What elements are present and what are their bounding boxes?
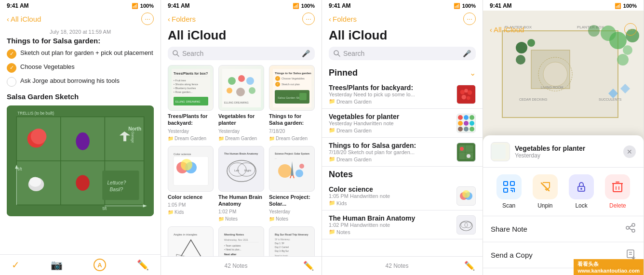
notes-section-label: Notes [329, 170, 353, 180]
check-icon[interactable]: ✓ [12, 259, 20, 271]
more-button-3[interactable]: ··· [463, 13, 476, 25]
search-bar-2[interactable]: Search 🎤 [168, 47, 315, 60]
list-note-meta-salsa: 7/18/20 Sketch out plan for garden... [329, 149, 452, 155]
folder-icon-list-salsa: 📁 [329, 156, 335, 162]
share-action-unpin[interactable]: Unpin [533, 174, 558, 209]
share-note-icon [625, 223, 636, 236]
svg-point-41 [236, 88, 245, 96]
panel2-footer: 42 Notes ✏️ [161, 256, 322, 275]
svg-point-73 [299, 164, 304, 169]
microphone-icon-2[interactable]: 🎤 [302, 50, 310, 57]
grid-note-meeting[interactable]: Meeting Notes Wednesday, Nov 2021 • Team… [218, 226, 264, 256]
checklist-item-1[interactable]: Sketch out plan for garden + pick out pl… [7, 49, 154, 59]
grid-note-color[interactable]: Color science Color science 1:05 PM 📁 Ki… [168, 146, 214, 222]
status-right-3: 📶 100% [454, 3, 476, 9]
folder-icon-color: 📁 [168, 210, 174, 215]
svg-point-110 [460, 147, 464, 151]
list-note-meta-trees: Yesterday Need to pick up some lo... [329, 92, 452, 97]
grid-note-veg[interactable]: ELLING DREAMING Vegetables for planter Y… [218, 65, 264, 141]
delete-icon [605, 174, 630, 199]
panel3-title: All iCloud [322, 28, 483, 47]
grid-note-sub-trees: Yesterday [168, 129, 214, 134]
share-action-delete[interactable]: Delete [605, 174, 630, 209]
lock-label: Lock [575, 202, 587, 209]
grid-note-brain[interactable]: The Human Brain Anatomy Left Right The H… [218, 146, 264, 222]
status-time-4: 9:41 AM [490, 2, 512, 9]
svg-text:DREAMING: DREAMING [186, 100, 201, 103]
share-action-lock[interactable]: Lock [569, 174, 594, 209]
checkbox-2[interactable] [7, 63, 16, 73]
notes-count-2: 42 Notes [169, 262, 303, 269]
checkbox-1[interactable] [7, 49, 16, 59]
chevron-left-icon-1: ‹ [7, 15, 9, 23]
grid-note-angles[interactable]: Angles in triangles 60° Angles [168, 226, 214, 256]
search-bar-3[interactable]: Search 🎤 [329, 47, 476, 60]
svg-text:Basil?: Basil? [110, 187, 123, 192]
folder-icon-salsa: 📁 [269, 136, 275, 141]
grid-note-science[interactable]: Science Project: Solar System ... Scienc… [269, 146, 315, 222]
share-note-menu-item[interactable]: Share Note [483, 216, 644, 242]
grid-note-sub-veg: Yesterday [218, 129, 264, 134]
list-note-salsa2[interactable]: Things to for Salsa garden: 7/18/20 Sket… [322, 138, 483, 167]
wifi-icon-2: 📶 [293, 3, 299, 9]
list-note-trees[interactable]: Trees/Plants for backyard: Yesterday Nee… [322, 80, 483, 109]
share-note-title: Vegetables for planter [515, 144, 585, 152]
list-note-meta-veg: Yesterday Handwritten note [329, 120, 452, 126]
svg-text:ELLING DREAMING: ELLING DREAMING [224, 101, 249, 104]
list-note-title-trees: Trees/Plants for backyard: [329, 84, 452, 92]
status-time-1: 9:41 AM [7, 2, 29, 9]
panel2-title: All iCloud [161, 28, 322, 47]
compose-button-3[interactable]: ✏️ [464, 261, 475, 271]
grid-note-title-trees: Trees/Plants for backyard: [168, 113, 214, 127]
svg-point-7 [76, 132, 89, 150]
more-button-1[interactable]: ··· [141, 13, 154, 25]
svg-text:Left: Left [234, 169, 239, 172]
more-button-2[interactable]: ··· [302, 13, 315, 25]
list-note-brain2[interactable]: The Human Brain Anatomy 1:02 PM Handwrit… [322, 210, 483, 239]
list-thumb-color [456, 186, 476, 206]
compose-button-2[interactable]: ✏️ [303, 261, 314, 271]
svg-text:• Fruit tree: • Fruit tree [174, 79, 186, 82]
list-note-folder-veg: 📁 Dream Garden [329, 127, 452, 133]
checklist-item-2[interactable]: Choose Vegetables [7, 63, 154, 73]
checkbox-3[interactable] [7, 77, 16, 87]
pinned-chevron[interactable]: ⌄ [470, 68, 476, 78]
camera-icon[interactable]: 📷 [51, 259, 63, 271]
more-button-4[interactable]: ··· [624, 23, 637, 36]
back-button-2[interactable]: ‹ Folders [168, 15, 196, 23]
list-note-veg-planter[interactable]: Vegetables for planter Yesterday Handwri… [322, 109, 483, 138]
status-time-2: 9:41 AM [168, 2, 190, 9]
back-button-3[interactable]: ‹ Folders [329, 15, 357, 23]
grid-note-trees[interactable]: Trees/Plants for box? • Fruit tree • Shr… [168, 65, 214, 141]
svg-rect-152 [613, 183, 622, 192]
back-button-1[interactable]: ‹ All iCloud [7, 15, 41, 23]
notes-list: Pinned ⌄ Trees/Plants for backyard: Yest… [322, 65, 483, 256]
back-label-1: All iCloud [11, 15, 41, 23]
share-close-button[interactable]: ✕ [623, 145, 636, 158]
checklist-item-3[interactable]: Ask Jorge about borrowing his tools [7, 77, 154, 87]
folder-icon-science: 📁 [269, 216, 275, 222]
svg-point-127 [623, 45, 632, 55]
list-note-color2[interactable]: Color science 1:05 PM Handwritten note 📁… [322, 182, 483, 210]
svg-text:• Blueberry bushes: • Blueberry bushes [174, 87, 196, 90]
panel1-header: ‹ All iCloud ··· [0, 11, 161, 28]
svg-rect-144 [504, 188, 508, 192]
grid-thumb-brain: The Human Brain Anatomy Left Right [218, 146, 264, 192]
wifi-icon-4: 📶 [615, 3, 621, 9]
share-action-scan[interactable]: Scan [496, 174, 522, 209]
microphone-icon-3[interactable]: 🎤 [463, 50, 471, 57]
garden-map: ‹ All iCloud ··· PLANTER BOX PLANTER BOX [483, 11, 644, 275]
grid-note-salsa[interactable]: Things to for Salsa garden ✓ Choose Vege… [269, 65, 315, 141]
grid-note-sub-brain: 1:02 PM [218, 209, 264, 214]
list-thumb-salsa [456, 143, 476, 162]
status-bar-1: 9:41 AM 📶 100% [0, 0, 161, 11]
list-note-content-color: Color science 1:05 PM Handwritten note 📁… [329, 185, 452, 206]
compose-icon[interactable]: ✏️ [137, 259, 149, 271]
back-button-4[interactable]: ‹ All iCloud [490, 26, 524, 34]
grid-thumb-salsa: Things to for Salsa garden ✓ Choose Vege… [269, 65, 315, 111]
grid-note-bigSur[interactable]: Big Sur Road Trip Itinerary SF to Monter… [269, 226, 315, 256]
grid-thumb-bigSur: Big Sur Road Trip Itinerary SF to Monter… [269, 226, 315, 256]
svg-point-138 [516, 42, 527, 53]
text-format-icon[interactable]: A [94, 259, 106, 271]
list-note-title-salsa: Things to for Salsa garden: [329, 142, 452, 149]
